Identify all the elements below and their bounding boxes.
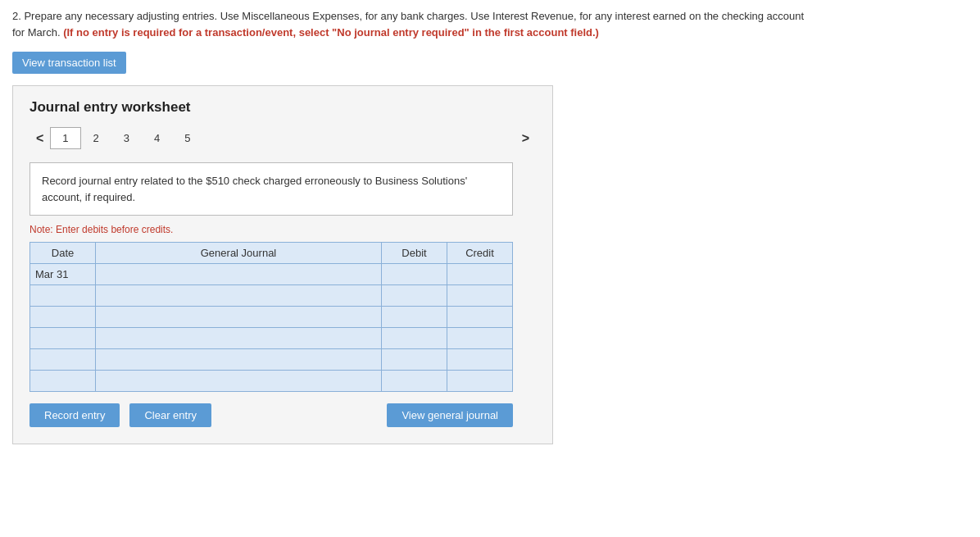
debit-cell-5[interactable] bbox=[382, 371, 447, 392]
debit-cell-4[interactable] bbox=[382, 349, 447, 371]
date-cell-2 bbox=[30, 307, 96, 328]
prompt-text: Record journal entry related to the $510… bbox=[42, 175, 467, 203]
credit-cell-0[interactable] bbox=[447, 264, 513, 285]
tab-4[interactable]: 4 bbox=[142, 127, 172, 149]
prompt-box: Record journal entry related to the $510… bbox=[29, 162, 513, 216]
tab-1[interactable]: 1 bbox=[50, 127, 80, 149]
bottom-buttons: Record entry Clear entry View general jo… bbox=[29, 403, 513, 427]
credit-cell-3[interactable] bbox=[447, 328, 513, 349]
debit-cell-0[interactable] bbox=[382, 264, 447, 285]
journal-table: Date General Journal Debit Credit Mar 31 bbox=[29, 242, 513, 392]
clear-entry-button[interactable]: Clear entry bbox=[129, 403, 211, 427]
tab-3[interactable]: 3 bbox=[111, 127, 142, 149]
view-transaction-button[interactable]: View transaction list bbox=[12, 52, 126, 74]
journal-input-5[interactable] bbox=[96, 371, 381, 391]
table-row bbox=[30, 285, 513, 307]
table-row: Mar 31 bbox=[30, 264, 513, 285]
credit-input-2[interactable] bbox=[447, 307, 512, 327]
credit-input-5[interactable] bbox=[447, 371, 512, 391]
journal-cell-1[interactable] bbox=[96, 285, 382, 307]
col-header-date: Date bbox=[30, 243, 96, 264]
credit-cell-4[interactable] bbox=[447, 349, 513, 371]
debit-input-2[interactable] bbox=[382, 307, 447, 327]
debit-input-1[interactable] bbox=[382, 285, 447, 306]
instructions: 2. Prepare any necessary adjusting entri… bbox=[12, 8, 815, 40]
debit-cell-1[interactable] bbox=[382, 285, 447, 307]
instructions-bold: (If no entry is required for a transacti… bbox=[63, 26, 599, 39]
worksheet-title: Journal entry worksheet bbox=[29, 99, 536, 116]
credit-cell-5[interactable] bbox=[447, 371, 513, 392]
col-header-journal: General Journal bbox=[96, 243, 382, 264]
date-cell-0: Mar 31 bbox=[30, 264, 96, 285]
tab-5[interactable]: 5 bbox=[172, 127, 202, 149]
journal-input-0[interactable] bbox=[96, 264, 381, 284]
tab-prev-arrow[interactable]: < bbox=[29, 128, 50, 149]
journal-input-1[interactable] bbox=[96, 285, 381, 306]
journal-cell-2[interactable] bbox=[96, 307, 382, 328]
credit-input-0[interactable] bbox=[447, 264, 512, 284]
table-row bbox=[30, 371, 513, 392]
tab-next-arrow[interactable]: > bbox=[515, 128, 536, 149]
journal-input-4[interactable] bbox=[96, 349, 381, 370]
date-cell-5 bbox=[30, 371, 96, 392]
journal-input-2[interactable] bbox=[96, 307, 381, 327]
credit-cell-2[interactable] bbox=[447, 307, 513, 328]
debit-input-4[interactable] bbox=[382, 349, 447, 370]
credit-input-3[interactable] bbox=[447, 328, 512, 348]
journal-cell-5[interactable] bbox=[96, 371, 382, 392]
table-row bbox=[30, 349, 513, 371]
journal-input-3[interactable] bbox=[96, 328, 381, 348]
date-cell-4 bbox=[30, 349, 96, 371]
credit-input-4[interactable] bbox=[447, 349, 512, 370]
debit-input-5[interactable] bbox=[382, 371, 447, 391]
tab-navigation: < 1 2 3 4 5 > bbox=[29, 127, 536, 149]
debit-input-0[interactable] bbox=[382, 264, 447, 284]
tab-2[interactable]: 2 bbox=[81, 127, 111, 149]
table-row bbox=[30, 307, 513, 328]
view-general-journal-button[interactable]: View general journal bbox=[387, 403, 513, 427]
debit-cell-2[interactable] bbox=[382, 307, 447, 328]
journal-cell-4[interactable] bbox=[96, 349, 382, 371]
date-cell-1 bbox=[30, 285, 96, 307]
credit-input-1[interactable] bbox=[447, 285, 512, 306]
journal-cell-0[interactable] bbox=[96, 264, 382, 285]
record-entry-button[interactable]: Record entry bbox=[29, 403, 120, 427]
col-header-debit: Debit bbox=[382, 243, 447, 264]
debit-input-3[interactable] bbox=[382, 328, 447, 348]
date-cell-3 bbox=[30, 328, 96, 349]
col-header-credit: Credit bbox=[447, 243, 513, 264]
debit-cell-3[interactable] bbox=[382, 328, 447, 349]
worksheet-container: Journal entry worksheet < 1 2 3 4 5 > Re… bbox=[12, 85, 553, 444]
note-text: Note: Enter debits before credits. bbox=[29, 224, 536, 235]
journal-cell-3[interactable] bbox=[96, 328, 382, 349]
credit-cell-1[interactable] bbox=[447, 285, 513, 307]
table-row bbox=[30, 328, 513, 349]
